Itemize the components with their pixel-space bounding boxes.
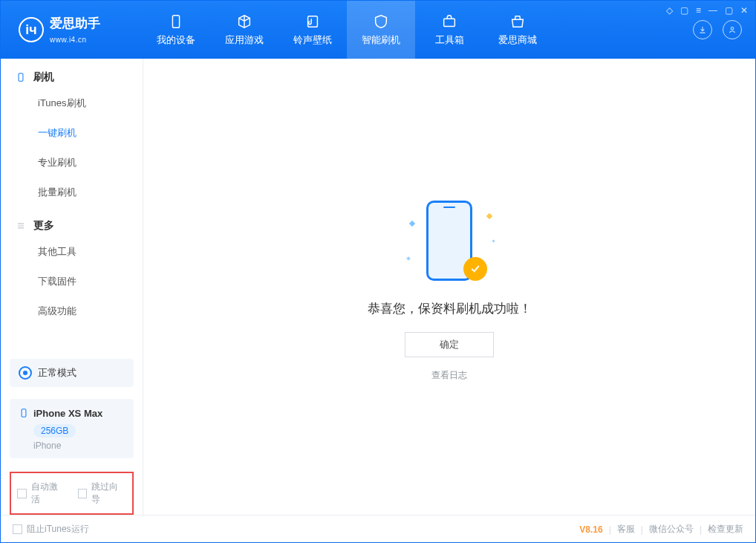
tab-my-device[interactable]: 我的设备 [142,1,210,59]
logo: iч 爱思助手 www.i4.cn [1,15,142,45]
sidebar-item-pro-flash[interactable]: 专业刷机 [1,148,143,178]
device-icon [19,406,29,420]
sparkle-icon [486,213,492,219]
check-badge-icon [463,257,487,281]
separator: | [700,524,702,535]
tab-label: 爱思商城 [498,33,537,47]
success-graphic [394,192,505,288]
toolbox-icon [440,13,458,30]
sparkle-icon [406,256,411,261]
mode-icon [19,366,32,380]
nav-tabs: 我的设备 应用游戏 铃声壁纸 智能刷机 工具箱 爱思商城 [142,1,552,59]
checkbox-block-itunes[interactable]: 阻止iTunes运行 [13,523,89,536]
checkbox-label: 跳过向导 [91,481,126,506]
device-name: iPhone XS Max [33,408,102,419]
svg-rect-4 [19,74,23,82]
sidebar-item-advanced[interactable]: 高级功能 [1,296,143,326]
app-name: 爱思助手 [50,15,100,32]
note-icon [304,13,322,30]
svg-rect-2 [444,19,455,26]
separator: | [641,524,643,535]
skin-icon[interactable]: ▢ [680,5,688,16]
download-button[interactable] [693,20,712,39]
sidebar-item-download-firmware[interactable]: 下载固件 [1,267,143,296]
checkbox-label: 阻止iTunes运行 [27,523,89,536]
tab-label: 铃声壁纸 [293,33,332,47]
sidebar-item-other-tools[interactable]: 其他工具 [1,237,143,267]
maximize-icon[interactable]: ▢ [725,5,733,16]
tab-smart-flash[interactable]: 智能刷机 [347,1,415,59]
section-title: 刷机 [33,71,54,84]
theme-icon[interactable]: ◇ [666,5,673,16]
mode-label: 正常模式 [38,366,76,380]
store-icon [509,13,527,30]
window-controls: ◇ ▢ ≡ — ▢ ✕ [666,5,748,16]
shield-icon [372,13,390,30]
minimize-icon[interactable]: — [708,5,717,16]
separator: | [609,524,611,535]
sidebar-section-flash: 刷机 [1,59,143,88]
link-wechat[interactable]: 微信公众号 [649,523,694,536]
tab-label: 应用游戏 [225,33,264,47]
link-customer-service[interactable]: 客服 [617,523,635,536]
sidebar-item-oneclick-flash[interactable]: 一键刷机 [1,118,143,148]
sidebar-item-batch-flash[interactable]: 批量刷机 [1,178,143,207]
tab-label: 我的设备 [157,33,195,47]
sidebar: 刷机 iTunes刷机 一键刷机 专业刷机 批量刷机 更多 其他工具 下载固件 … [1,59,143,515]
tab-apps-games[interactable]: 应用游戏 [210,1,278,59]
checkbox-icon [13,524,22,534]
sidebar-item-itunes-flash[interactable]: iTunes刷机 [1,88,143,118]
tab-ringtones-wallpapers[interactable]: 铃声壁纸 [278,1,347,59]
checkbox-icon [17,489,27,498]
list-icon [16,221,26,231]
section-title: 更多 [33,219,54,233]
logo-badge-icon: iч [19,17,44,42]
sidebar-section-more: 更多 [1,207,143,237]
version-label: V8.16 [579,524,602,535]
footer: 阻止iTunes运行 V8.16 | 客服 | 微信公众号 | 检查更新 [1,515,755,543]
checkbox-icon [78,489,88,498]
device-capacity: 256GB [33,424,76,438]
app-url: www.i4.cn [50,36,87,44]
svg-rect-0 [172,16,179,28]
device-icon [167,13,185,30]
tab-toolbox[interactable]: 工具箱 [415,1,483,59]
close-icon[interactable]: ✕ [740,5,748,16]
tab-label: 工具箱 [435,33,464,47]
sparkle-icon [492,239,495,242]
main-content: 恭喜您，保资料刷机成功啦！ 确定 查看日志 [143,59,755,515]
highlighted-options: 自动激活 跳过向导 [10,472,134,515]
svg-rect-5 [22,409,26,417]
sparkle-icon [409,221,415,227]
header-right [693,20,755,39]
menu-icon[interactable]: ≡ [696,5,701,16]
ok-button[interactable]: 确定 [405,332,494,357]
body: 刷机 iTunes刷机 一键刷机 专业刷机 批量刷机 更多 其他工具 下载固件 … [1,59,755,515]
tab-label: 智能刷机 [362,33,400,47]
success-message: 恭喜您，保资料刷机成功啦！ [368,300,532,317]
checkbox-auto-activate[interactable]: 自动激活 [17,481,66,506]
user-button[interactable] [723,20,742,39]
cube-icon [235,13,253,30]
checkbox-skip-guide[interactable]: 跳过向导 [78,481,127,506]
svg-point-3 [731,27,734,30]
header: iч 爱思助手 www.i4.cn 我的设备 应用游戏 铃声壁纸 智能刷机 工具… [1,1,755,59]
phone-icon [16,72,26,82]
device-type: iPhone [33,440,125,451]
checkbox-label: 自动激活 [31,481,66,506]
device-mode-box[interactable]: 正常模式 [10,359,134,387]
link-check-update[interactable]: 检查更新 [708,523,743,536]
view-log-link[interactable]: 查看日志 [431,369,467,382]
tab-store[interactable]: 爱思商城 [483,1,552,59]
device-box[interactable]: iPhone XS Max 256GB iPhone [10,399,134,458]
